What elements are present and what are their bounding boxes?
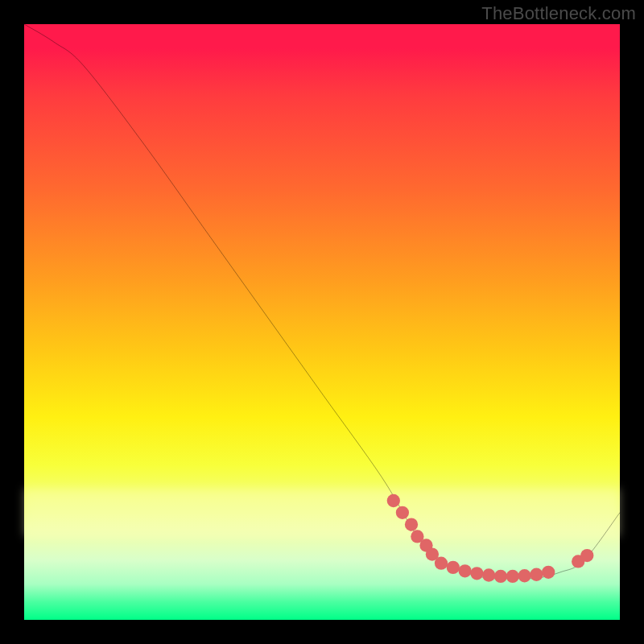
scatter-dot (482, 568, 495, 581)
scatter-dot (447, 561, 460, 574)
scatter-dot (530, 568, 543, 581)
scatter-dot (435, 557, 448, 570)
scatter-dot (506, 570, 519, 583)
scatter-dot (470, 567, 483, 580)
scatter-dot (396, 506, 409, 519)
scatter-dots (387, 494, 594, 583)
scatter-dot (518, 569, 530, 582)
scatter-dot (542, 566, 555, 579)
scatter-dot (405, 518, 418, 530)
plot-area (24, 24, 620, 620)
scatter-dot (387, 494, 400, 507)
chart-frame: TheBottleneck.com (0, 0, 644, 644)
curve-line (24, 24, 620, 579)
scatter-dot (580, 549, 593, 562)
scatter-dot (458, 564, 471, 577)
curve-line-group (24, 24, 620, 579)
chart-svg (24, 24, 620, 620)
scatter-dot (494, 570, 507, 583)
watermark-text: TheBottleneck.com (481, 3, 636, 24)
